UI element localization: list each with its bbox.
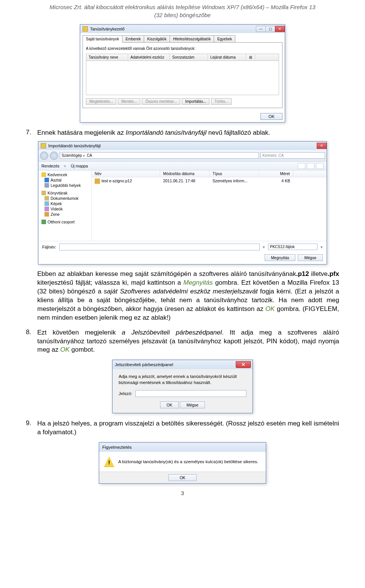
chevron-down-icon-2: ▾ (321, 245, 323, 249)
delete-button[interactable]: Törlés... (211, 98, 232, 105)
breadcrumb[interactable]: Számítógép ▸ CA (60, 152, 259, 159)
fileopen-window: Importálandó tanúsítványfájl ✕ Számítógé… (38, 141, 327, 265)
pwdlg-label: Jelszó: (119, 391, 132, 396)
search-input[interactable]: Keresés: CA (260, 152, 325, 159)
close-button[interactable]: ✕ (275, 26, 285, 32)
item7-text-a: Ennek hatására megjelenik az (37, 129, 125, 136)
p7b-p12: .p12 (296, 270, 309, 277)
maximize-button[interactable]: ▢ (265, 26, 275, 32)
sidebar-videos-label: Videók (51, 207, 63, 211)
sidebar-videos[interactable]: Videók (40, 206, 90, 212)
sidebar-libraries-label: Könyvtárak (48, 191, 68, 195)
pwdlg-msg: Adja meg a jelszót, amelyet ennek a tanú… (119, 374, 246, 386)
i8-ok: OK (60, 346, 70, 353)
certmgr-list (86, 61, 279, 95)
tab-servers[interactable]: Kiszolgálók (144, 35, 170, 43)
col-serial[interactable]: Sorozatszám (170, 54, 208, 61)
tab-others[interactable]: Egyebek (214, 35, 235, 43)
alert-title: Figyelmeztetés (102, 445, 132, 449)
toolbar-sep: ▾ (64, 164, 66, 168)
certmgr-ok-button[interactable]: OK (260, 113, 282, 120)
sidebar-music[interactable]: Zene (40, 212, 90, 217)
col-cert-name[interactable]: Tanúsítvány neve (86, 54, 128, 61)
pwdlg-ok-button[interactable]: OK (160, 402, 179, 408)
alert-dialog: Figyelmeztetés A biztonsági tanúsítvány(… (99, 442, 266, 484)
star-icon (41, 172, 46, 177)
p7b-pfx: .pfx (328, 270, 339, 277)
list-item-7: 7. Ennek hatására megjelenik az Importál… (26, 129, 339, 137)
list-num-7: 7. (26, 129, 37, 137)
fileopen-title: Importálandó tanúsítványfájl (48, 143, 315, 148)
col-size[interactable]: Méret (259, 171, 293, 177)
pwdlg-titlebar: Jelszóbeviteli párbeszédpanel ✕ (113, 360, 252, 369)
view-icons-button[interactable] (298, 163, 305, 169)
chevron-right-icon: ▸ (83, 153, 85, 158)
sidebar-homegroup[interactable]: Otthoni csoport (40, 219, 90, 225)
sidebar-recent[interactable]: Legutóbbi helyek (40, 183, 90, 188)
fileopen-sidebar: Kedvencek Asztal Legutóbbi helyek Könyvt… (38, 171, 92, 241)
tab-own-certs[interactable]: Saját tanúsítványok (83, 35, 122, 43)
fileopen-close-button[interactable]: ✕ (317, 143, 327, 149)
i9-text: Ha a jelszó helyes, a program visszajelz… (37, 419, 339, 437)
password-input[interactable] (135, 390, 246, 397)
backup-button[interactable]: Mentés... (118, 98, 140, 105)
col-expand-icon[interactable]: ⊞ (246, 54, 255, 61)
chevron-down-icon: ▾ (263, 245, 265, 249)
tab-authorities[interactable]: Hitelesítésszolgáltatók (170, 35, 214, 43)
help-icon[interactable] (316, 163, 324, 169)
file-modified: 2011.06.21. 17:48 (160, 178, 209, 184)
sidebar-favorites[interactable]: Kedvencek (40, 172, 90, 177)
cancel-button[interactable]: Mégse (298, 254, 323, 261)
pwdlg-close-button[interactable]: ✕ (236, 361, 251, 368)
backup-all-button[interactable]: Összes mentése... (142, 98, 180, 105)
col-sec-device[interactable]: Adatvédelmi eszköz (128, 54, 170, 61)
file-row[interactable]: test e-szigno.p12 2011.06.21. 17:48 Szem… (92, 177, 327, 185)
forward-button[interactable] (50, 151, 58, 160)
i8-a: Ezt követően megjelenik (37, 329, 122, 336)
open-button[interactable]: Megnyitás (265, 254, 296, 261)
col-name[interactable]: Név (92, 171, 160, 177)
alert-ok-button[interactable]: OK (168, 474, 196, 481)
file-size: 4 KB (259, 178, 293, 184)
tab-people[interactable]: Emberek (122, 35, 144, 43)
certmgr-tabbar: Saját tanúsítványok Emberek Kiszolgálók … (80, 33, 285, 43)
item7-importfile: Importálandó tanúsítványfájl (125, 129, 206, 136)
para-7b: Ebben az ablakban keresse meg saját szám… (26, 270, 339, 322)
certmgr-icon (83, 26, 88, 32)
view-button[interactable]: Megtekintés... (86, 98, 116, 105)
password-dialog: Jelszóbeviteli párbeszédpanel ✕ Adja meg… (112, 360, 253, 413)
back-button[interactable] (40, 151, 48, 160)
p7b-2: kiterjesztésű fájlját; válassza ki, majd… (37, 279, 183, 286)
col-modified[interactable]: Módosítás dátuma (160, 171, 209, 177)
list-num-8: 8. (26, 328, 37, 355)
certmgr-col-headers: Tanúsítvány neve Adatvédelmi eszköz Soro… (86, 54, 279, 61)
fileopen-filelist: Név Módosítás dátuma Típus Méret test e-… (92, 171, 327, 241)
header-line-2: (32 bites) böngészőbe (154, 12, 211, 18)
sidebar-documents[interactable]: Dokumentumok (40, 196, 90, 201)
i8-dialogname: a Jelszóbeviteli párbeszédpanel (122, 329, 222, 336)
sidebar-libraries[interactable]: Könyvtárak (40, 190, 90, 196)
minimize-button[interactable]: — (256, 26, 266, 32)
sidebar-desktop[interactable]: Asztal (40, 177, 90, 183)
list-num-9: 9. (26, 419, 37, 437)
homegroup-icon (41, 220, 46, 224)
pwdlg-cancel-button[interactable]: Mégse (180, 402, 205, 408)
i8-d: gombot. (70, 346, 95, 353)
certmgr-window: Tanúsítványkezelő — ▢ ✕ Saját tanúsítván… (80, 24, 285, 123)
organize-button[interactable]: Rendezés (41, 164, 59, 168)
p7b-illetve: illetve (309, 270, 328, 277)
sidebar-recent-label: Legutóbbi helyek (51, 183, 81, 188)
breadcrumb-ca[interactable]: CA (87, 153, 92, 158)
import-button[interactable]: Importálás... (182, 98, 209, 105)
col-expiry[interactable]: Lejárat dátuma (208, 54, 246, 61)
libraries-icon (41, 191, 46, 195)
sidebar-pictures[interactable]: Képek (40, 201, 90, 206)
sidebar-pictures-label: Képek (51, 201, 62, 206)
newfolder-button[interactable]: Új mappa (71, 164, 88, 168)
filetype-filter[interactable]: PKCS12-fájlok (268, 244, 317, 250)
col-type[interactable]: Típus (209, 171, 259, 177)
filename-input[interactable] (59, 244, 260, 250)
music-icon (44, 212, 49, 217)
breadcrumb-computer[interactable]: Számítógép (62, 153, 82, 158)
view-preview-button[interactable] (307, 163, 314, 169)
